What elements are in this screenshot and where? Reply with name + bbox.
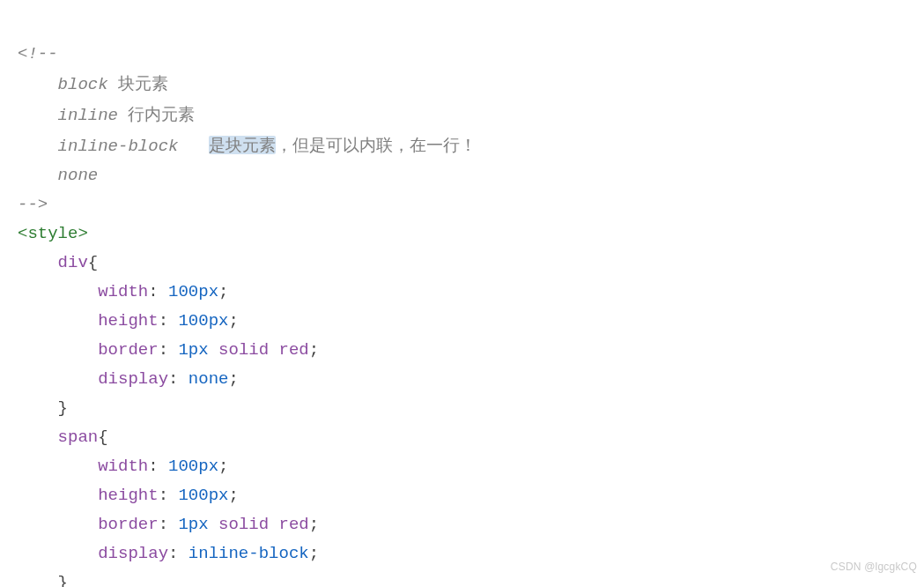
prop-display: display: [98, 544, 168, 563]
prop-height: height: [98, 311, 158, 331]
val-border-size: 1px: [178, 515, 208, 534]
semicolon: ;: [228, 369, 238, 389]
prop-display: display: [98, 369, 168, 389]
val-border-solid: solid: [218, 340, 269, 360]
prop-border: border: [98, 515, 158, 534]
comment-close: -->: [18, 195, 48, 214]
val-display-inline-block: inline-block: [188, 544, 309, 563]
semicolon: ;: [228, 486, 238, 505]
selector-span: span: [58, 427, 99, 447]
watermark: CSDN @lgcgkCQ: [831, 553, 917, 582]
comment-key-inline: inline: [58, 106, 118, 125]
comment-open: <!--: [18, 44, 58, 63]
comment-note-ib-highlight: 是块元素: [209, 136, 276, 154]
semicolon: ;: [309, 340, 319, 360]
val-display-none: none: [188, 369, 229, 389]
colon: :: [168, 369, 178, 389]
semicolon: ;: [218, 457, 228, 476]
brace-open: {: [88, 253, 98, 272]
prop-width: width: [98, 282, 148, 301]
colon: :: [148, 457, 158, 476]
semicolon: ;: [309, 515, 319, 534]
comment-note-block: 块元素: [118, 74, 168, 93]
colon: :: [148, 282, 158, 301]
code-block: <!-- block 块元素 inline 行内元素 inline-block …: [18, 11, 924, 587]
brace-close: }: [58, 398, 68, 418]
val-border-red: red: [279, 515, 309, 534]
val-border-red: red: [279, 340, 309, 360]
semicolon: ;: [309, 544, 319, 563]
val-width: 100px: [168, 457, 218, 476]
colon: :: [159, 311, 168, 331]
comment-key-block: block: [58, 75, 108, 94]
prop-border: border: [98, 340, 158, 360]
semicolon: ;: [218, 282, 228, 301]
prop-width: width: [98, 457, 148, 476]
semicolon: ;: [228, 311, 238, 331]
val-border-solid: solid: [218, 515, 269, 534]
brace-close: }: [58, 573, 68, 587]
colon: :: [159, 486, 168, 505]
brace-open: {: [98, 427, 107, 447]
colon: :: [159, 340, 168, 360]
comment-note-inline: 行内元素: [128, 105, 195, 123]
comment-note-ib-rest: ，但是可以内联，在一行！: [276, 136, 477, 154]
colon: :: [159, 515, 168, 534]
comment-key-inline-block: inline-block: [58, 137, 179, 156]
colon: :: [168, 544, 178, 563]
val-height: 100px: [178, 486, 228, 505]
val-border-size: 1px: [178, 340, 208, 360]
style-open-tag: <style>: [18, 224, 88, 243]
comment-key-none: none: [58, 166, 99, 185]
val-height: 100px: [178, 311, 228, 331]
selector-div: div: [58, 253, 88, 272]
prop-height: height: [98, 486, 158, 505]
val-width: 100px: [168, 282, 218, 301]
